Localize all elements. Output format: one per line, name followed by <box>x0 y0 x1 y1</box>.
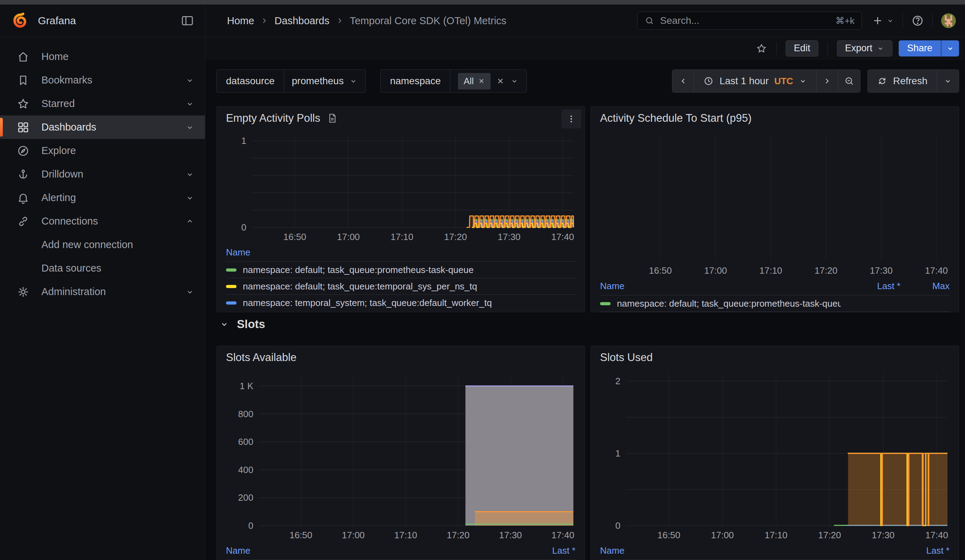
panel-title: Empty Activity Polls <box>226 112 321 124</box>
sidebar-item-add-new-connection[interactable]: Add new connection <box>0 233 205 256</box>
panel-activity-schedule-to-start: Activity Schedule To Start (p95) 16:5017… <box>590 106 959 312</box>
chevron-right-icon <box>823 77 831 85</box>
gear-icon <box>17 286 29 298</box>
chevron-down-icon <box>349 77 358 85</box>
sidebar-item-administration[interactable]: Administration <box>0 280 205 304</box>
svg-text:1: 1 <box>615 448 620 459</box>
sidebar-item-label: Data sources <box>41 263 195 274</box>
svg-text:16:50: 16:50 <box>290 530 312 540</box>
header-actions: Search... ⌘+k <box>637 11 956 30</box>
help-icon[interactable] <box>911 15 924 27</box>
svg-text:17:20: 17:20 <box>815 265 837 276</box>
legend-row[interactable]: namespace: temporal_system; task_queue:d… <box>226 294 576 311</box>
sidebar-navigation: HomeBookmarksStarredDashboardsExploreDri… <box>0 37 205 560</box>
legend-column-last[interactable]: Last * <box>516 545 576 556</box>
chevron-up-icon[interactable] <box>185 217 195 226</box>
time-shift-forward-button[interactable] <box>816 70 838 92</box>
dock-menu-icon[interactable] <box>180 14 195 28</box>
add-new-button[interactable] <box>872 15 894 27</box>
chevron-down-icon[interactable] <box>185 287 195 297</box>
svg-text:1 K: 1 K <box>240 381 254 391</box>
search-input[interactable]: Search... ⌘+k <box>637 11 862 30</box>
divider <box>828 42 828 55</box>
legend-column-max[interactable]: Max <box>900 281 950 292</box>
sidebar-item-data-sources[interactable]: Data sources <box>0 256 205 280</box>
datasource-variable-select[interactable]: prometheus <box>284 70 366 92</box>
svg-text:16:50: 16:50 <box>283 232 306 242</box>
sidebar-item-drilldown[interactable]: Drilldown <box>0 162 205 186</box>
share-menu-button[interactable] <box>941 40 959 57</box>
timeseries-chart[interactable]: 16:5017:0017:1017:2017:3017:401 K8006004… <box>225 366 576 541</box>
refresh-button[interactable]: Refresh <box>868 70 937 92</box>
row-section-slots[interactable]: Slots <box>219 318 265 331</box>
datasource-variable-value: prometheus <box>292 75 344 87</box>
legend-column-name[interactable]: Name <box>600 281 841 292</box>
sidebar-item-label: Alerting <box>41 192 185 204</box>
timeseries-chart[interactable]: 16:5017:0017:1017:2017:3017:40 <box>599 126 950 276</box>
breadcrumb-item[interactable]: Dashboards <box>275 15 329 27</box>
clear-selection-icon[interactable] <box>496 77 505 85</box>
panel-description-icon[interactable] <box>327 113 338 124</box>
refresh-button-label: Refresh <box>893 75 927 87</box>
legend-column-name[interactable]: Name <box>226 247 576 258</box>
legend-column-last[interactable]: Last * <box>890 545 950 556</box>
legend-row[interactable]: namespace: default; task_queue:prometheu… <box>600 295 950 312</box>
sidebar-item-dashboards[interactable]: Dashboards <box>0 116 205 139</box>
time-range-picker[interactable]: Last 1 hour UTC <box>694 70 816 92</box>
panel-header[interactable]: Slots Used <box>591 346 959 366</box>
chevron-down-icon <box>877 44 884 52</box>
sidebar-item-starred[interactable]: Starred <box>0 92 205 116</box>
edit-button-label: Edit <box>794 43 810 54</box>
zoom-out-button[interactable] <box>838 70 860 92</box>
sidebar-item-alerting[interactable]: Alerting <box>0 186 205 209</box>
chevron-down-icon[interactable] <box>185 193 195 202</box>
timeseries-chart[interactable]: 16:5017:0017:1017:2017:3017:4010 <box>225 126 576 243</box>
refresh-interval-button[interactable] <box>937 70 959 92</box>
export-button-label: Export <box>845 43 872 54</box>
timeseries-chart[interactable]: 16:5017:0017:1017:2017:3017:40210 <box>599 366 950 541</box>
svg-text:17:40: 17:40 <box>551 232 574 242</box>
chevron-down-icon[interactable] <box>185 123 195 132</box>
avatar[interactable] <box>941 13 956 28</box>
chevron-down-icon[interactable] <box>185 99 195 108</box>
panel-header[interactable]: Slots Available <box>217 346 585 366</box>
export-button[interactable]: Export <box>837 40 892 57</box>
sidebar-item-bookmarks[interactable]: Bookmarks <box>0 69 205 92</box>
svg-text:17:00: 17:00 <box>704 265 727 276</box>
sidebar-item-connections[interactable]: Connections <box>0 209 205 233</box>
chevron-down-icon[interactable] <box>185 76 195 85</box>
legend-column-name[interactable]: Name <box>600 545 890 556</box>
legend-column-last[interactable]: Last * <box>841 281 900 292</box>
panel-menu-button[interactable] <box>561 109 581 129</box>
grafana-logo-icon <box>10 11 29 30</box>
series-name[interactable]: namespace: default; task_queue:prometheu… <box>243 264 576 276</box>
svg-text:17:10: 17:10 <box>394 530 417 540</box>
home-icon <box>17 51 29 63</box>
share-button[interactable]: Share <box>899 40 941 57</box>
refresh-group: Refresh <box>867 70 959 93</box>
edit-button[interactable]: Edit <box>786 40 818 57</box>
sidebar-item-label: Bookmarks <box>41 74 185 86</box>
breadcrumb: HomeDashboardsTemporal Core SDK (OTel) M… <box>227 15 506 27</box>
sidebar-item-explore[interactable]: Explore <box>0 139 205 162</box>
legend-column-name[interactable]: Name <box>226 545 516 556</box>
remove-chip-icon[interactable] <box>478 78 485 85</box>
sidebar-item-home[interactable]: Home <box>0 45 205 69</box>
chart-canvas: 16:5017:0017:1017:2017:3017:40 <box>599 126 950 276</box>
time-shift-back-button[interactable] <box>672 70 694 92</box>
series-name[interactable]: namespace: default; task_queue:prometheu… <box>617 298 841 309</box>
breadcrumb-item[interactable]: Home <box>227 15 254 27</box>
series-name[interactable]: namespace: default; task_queue:temporal_… <box>243 281 576 292</box>
header-main-section: HomeDashboardsTemporal Core SDK (OTel) M… <box>205 5 965 37</box>
chevron-down-icon[interactable] <box>185 170 195 179</box>
namespace-value-chip[interactable]: All <box>458 73 491 90</box>
favorite-star-icon[interactable] <box>756 43 767 54</box>
divider <box>776 42 777 55</box>
panel-header[interactable]: Activity Schedule To Start (p95) <box>591 107 959 126</box>
legend-row[interactable]: namespace: default; task_queue:temporal_… <box>226 278 576 294</box>
panel-header[interactable]: Empty Activity Polls <box>217 107 585 126</box>
series-name[interactable]: namespace: temporal_system; task_queue:d… <box>243 297 576 309</box>
namespace-variable-select[interactable]: All <box>450 70 527 92</box>
share-split-button: Share <box>899 40 959 57</box>
legend-row[interactable]: namespace: default; task_queue:prometheu… <box>226 261 576 278</box>
